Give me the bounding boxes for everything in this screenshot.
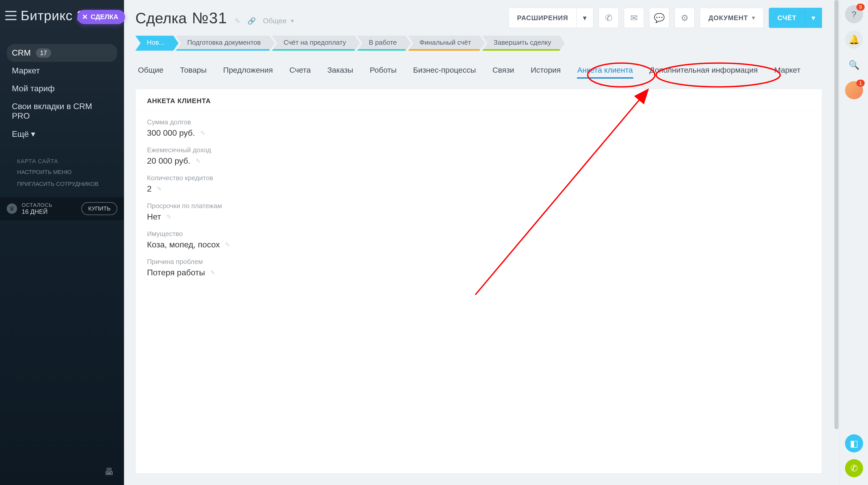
widget-button[interactable]: ◧ bbox=[845, 434, 863, 452]
field-row: ИмуществоКоза, мопед, посох✎ bbox=[135, 224, 822, 252]
field-label: Ежемесячный доход bbox=[147, 146, 810, 154]
chevron-down-icon: ▾ bbox=[752, 15, 755, 21]
edit-field-icon[interactable]: ✎ bbox=[166, 213, 172, 221]
field-value-text: 2 bbox=[147, 184, 152, 194]
chevron-down-icon: ▾ bbox=[812, 14, 815, 22]
brand-logo: Битрикс 2 bbox=[21, 8, 85, 23]
edit-title-icon[interactable]: ✎ bbox=[235, 17, 240, 25]
stage-4[interactable]: Финальный счёт bbox=[408, 36, 480, 51]
scrollbar-thumb[interactable] bbox=[834, 0, 839, 429]
context-pill-label: СДЕЛКА bbox=[91, 13, 118, 21]
tab-связи[interactable]: Связи bbox=[492, 62, 515, 82]
trial-banner: ♛ ОСТАЛОСЬ 16 ДНЕЙ КУПИТЬ bbox=[0, 197, 124, 220]
field-label: Количество кредитов bbox=[147, 174, 810, 182]
tab-бизнес-процессы[interactable]: Бизнес-процессы bbox=[412, 62, 476, 82]
tab-маркет[interactable]: Маркет bbox=[774, 62, 801, 82]
avatar-badge: 1 bbox=[857, 80, 864, 87]
tab-дополнительная-информация[interactable]: Дополнительная информация bbox=[649, 62, 758, 82]
sidebar-item-label: Свои вкладки в CRM PRO bbox=[12, 102, 112, 121]
chevron-down-icon: ▾ bbox=[291, 18, 294, 24]
edit-field-icon[interactable]: ✎ bbox=[210, 269, 215, 276]
call-button[interactable]: ✆ bbox=[598, 8, 619, 28]
chat-button[interactable]: 💬 bbox=[649, 8, 669, 28]
tab-общие[interactable]: Общие bbox=[137, 62, 164, 82]
edit-field-icon[interactable]: ✎ bbox=[225, 241, 230, 249]
field-value: Нет✎ bbox=[147, 212, 810, 222]
email-button[interactable]: ✉ bbox=[624, 8, 644, 28]
field-value: 2✎ bbox=[147, 184, 810, 194]
sidebar-item-tariff[interactable]: Мой тариф bbox=[7, 80, 117, 97]
tab-предложения[interactable]: Предложения bbox=[223, 62, 273, 82]
page-title: Сделка №31 bbox=[135, 9, 227, 27]
link-icon[interactable]: 🔗 bbox=[247, 17, 256, 25]
field-value: Потеря работы✎ bbox=[147, 268, 810, 277]
field-row: Ежемесячный доход20 000 руб.✎ bbox=[135, 140, 822, 168]
sidebar-item-label: Ещё ▾ bbox=[12, 129, 35, 139]
sidebar: Битрикс 2 ✕ СДЕЛКА CRM 17 Маркет Мой тар… bbox=[0, 0, 124, 485]
category-label: Общее bbox=[263, 17, 287, 25]
sidebar-item-label: CRM bbox=[12, 48, 31, 58]
invoice-button[interactable]: СЧЁТ bbox=[769, 8, 805, 28]
stage-label: Нов... bbox=[147, 38, 164, 47]
close-icon[interactable]: ✕ bbox=[82, 13, 88, 21]
sidebar-link-invite[interactable]: ПРИГЛАСИТЬ СОТРУДНИКОВ bbox=[9, 178, 115, 190]
title-number: №31 bbox=[192, 9, 227, 27]
category-selector[interactable]: Общее ▾ bbox=[263, 17, 294, 25]
field-label: Причина проблем bbox=[147, 258, 810, 266]
field-row: Сумма долгов300 000 руб.✎ bbox=[135, 112, 822, 140]
stage-label: Подготовка документов bbox=[187, 38, 261, 47]
stage-2[interactable]: Счёт на предоплату bbox=[272, 36, 355, 51]
notifications-button[interactable]: 🔔 bbox=[845, 30, 863, 49]
trial-line2: 16 ДНЕЙ bbox=[22, 208, 53, 216]
edit-field-icon[interactable]: ✎ bbox=[200, 130, 206, 137]
sidebar-item-market[interactable]: Маркет bbox=[7, 62, 117, 80]
stage-1[interactable]: Подготовка документов bbox=[176, 36, 270, 51]
tab-bar: ОбщиеТоварыПредложенияСчетаЗаказыРоботыБ… bbox=[135, 62, 822, 82]
stage-label: Завершить сделку bbox=[494, 38, 551, 47]
tab-товары[interactable]: Товары bbox=[180, 62, 207, 82]
search-button[interactable]: 🔍 bbox=[845, 56, 863, 74]
gear-icon: ⚙ bbox=[681, 13, 689, 23]
stage-5[interactable]: Завершить сделку bbox=[482, 36, 560, 51]
sidebar-badge: 17 bbox=[36, 48, 51, 58]
sidebar-link-configure-menu[interactable]: НАСТРОИТЬ МЕНЮ bbox=[9, 166, 115, 178]
bell-icon: 🔔 bbox=[848, 34, 860, 45]
sidebar-item-label: Мой тариф bbox=[12, 84, 55, 93]
tab-роботы[interactable]: Роботы bbox=[369, 62, 397, 82]
tab-история[interactable]: История bbox=[530, 62, 561, 82]
sidebar-item-crm-pro-tabs[interactable]: Свои вкладки в CRM PRO bbox=[7, 97, 117, 125]
scrollbar[interactable] bbox=[833, 0, 840, 485]
sidebar-section-sitemap: КАРТА САЙТА bbox=[9, 153, 115, 166]
stage-bar: Нов...Подготовка документовСчёт на предо… bbox=[135, 36, 822, 51]
field-label: Сумма долгов bbox=[147, 118, 810, 126]
extensions-dropdown[interactable]: ▾ bbox=[577, 8, 593, 28]
invoice-dropdown[interactable]: ▾ bbox=[805, 8, 822, 28]
stage-3[interactable]: В работе bbox=[357, 36, 405, 51]
menu-toggle-icon[interactable] bbox=[5, 11, 17, 20]
field-row: Количество кредитов2✎ bbox=[135, 168, 822, 196]
stage-0[interactable]: Нов... bbox=[135, 36, 173, 51]
buy-button[interactable]: КУПИТЬ bbox=[82, 202, 117, 215]
sidebar-item-more[interactable]: Ещё ▾ bbox=[7, 125, 117, 143]
user-avatar[interactable]: 1 bbox=[845, 81, 863, 99]
settings-button[interactable]: ⚙ bbox=[675, 8, 695, 28]
help-button[interactable]: ? 9 bbox=[845, 5, 863, 23]
context-pill-deal[interactable]: ✕ СДЕЛКА bbox=[77, 10, 125, 24]
widget-icon: ◧ bbox=[850, 438, 858, 449]
right-rail: ? 9 🔔 🔍 1 ◧ ✆ bbox=[840, 0, 868, 485]
phone-icon: ✆ bbox=[850, 463, 858, 474]
sidebar-item-crm[interactable]: CRM 17 bbox=[7, 44, 117, 62]
edit-field-icon[interactable]: ✎ bbox=[157, 186, 162, 193]
stage-label: В работе bbox=[369, 38, 397, 47]
print-icon[interactable]: 🖶 bbox=[104, 466, 114, 477]
tab-счета[interactable]: Счета bbox=[289, 62, 311, 82]
help-badge: 9 bbox=[857, 4, 864, 10]
edit-field-icon[interactable]: ✎ bbox=[195, 158, 201, 165]
dial-button[interactable]: ✆ bbox=[845, 459, 863, 477]
field-value-text: Потеря работы bbox=[147, 268, 205, 277]
extensions-button[interactable]: РАСШИРЕНИЯ bbox=[509, 8, 577, 28]
tab-анкета-клиента[interactable]: Анкета клиента bbox=[577, 62, 633, 82]
help-icon: ? bbox=[851, 9, 857, 19]
document-button[interactable]: ДОКУМЕНТ ▾ bbox=[700, 8, 764, 28]
tab-заказы[interactable]: Заказы bbox=[327, 62, 354, 82]
